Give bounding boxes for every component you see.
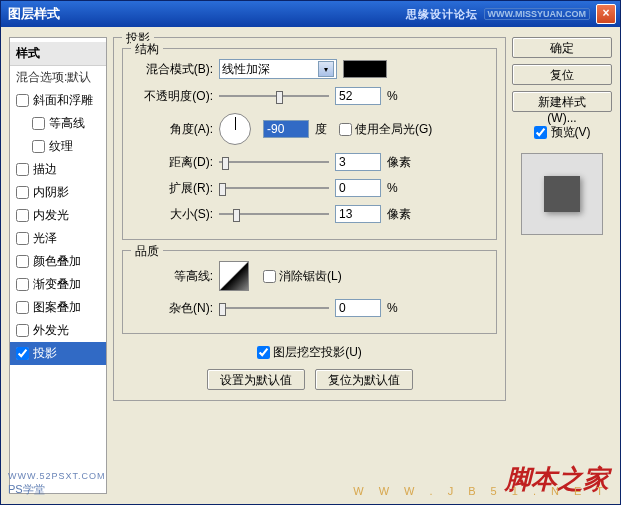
knockout-checkbox[interactable]: 图层挖空投影(U) (257, 344, 362, 361)
ok-button[interactable]: 确定 (512, 37, 612, 58)
shadow-color-swatch[interactable] (343, 60, 387, 78)
blend-mode-select[interactable]: 线性加深 ▾ (219, 59, 337, 79)
sidebar-item-2[interactable]: 纹理 (10, 135, 106, 158)
size-input[interactable] (335, 205, 381, 223)
cancel-button[interactable]: 复位 (512, 64, 612, 85)
size-slider[interactable] (219, 205, 329, 223)
spread-input[interactable] (335, 179, 381, 197)
global-light-checkbox[interactable]: 使用全局光(G) (339, 121, 432, 138)
size-label: 大小(S): (131, 206, 213, 223)
right-column: 确定 复位 新建样式(W)... 预览(V) (512, 37, 612, 494)
sidebar-item-6[interactable]: 光泽 (10, 227, 106, 250)
sidebar-item-9[interactable]: 图案叠加 (10, 296, 106, 319)
noise-label: 杂色(N): (131, 300, 213, 317)
antialias-checkbox[interactable]: 消除锯齿(L) (263, 268, 342, 285)
sidebar-item-8[interactable]: 渐变叠加 (10, 273, 106, 296)
sidebar-item-11[interactable]: 投影 (10, 342, 106, 365)
sidebar-item-4[interactable]: 内阴影 (10, 181, 106, 204)
make-default-button[interactable]: 设置为默认值 (207, 369, 305, 390)
forum-name: 思缘设计论坛 (406, 7, 478, 22)
angle-dial[interactable] (219, 113, 251, 145)
sidebar-item-5[interactable]: 内发光 (10, 204, 106, 227)
noise-input[interactable] (335, 299, 381, 317)
contour-label: 等高线: (131, 268, 213, 285)
reset-default-button[interactable]: 复位为默认值 (315, 369, 413, 390)
quality-group: 品质 等高线: 消除锯齿(L) 杂色(N): % (122, 250, 497, 334)
opacity-label: 不透明度(O): (131, 88, 213, 105)
sidebar-blend-options[interactable]: 混合选项:默认 (10, 66, 106, 89)
watermark-site: W W W . J B 5 1 . N E T (353, 485, 609, 497)
forum-url: WWW.MISSYUAN.COM (484, 8, 591, 20)
sidebar-item-7[interactable]: 颜色叠加 (10, 250, 106, 273)
close-button[interactable]: × (596, 4, 616, 24)
angle-label: 角度(A): (131, 121, 213, 138)
blend-mode-label: 混合模式(B): (131, 61, 213, 78)
structure-legend: 结构 (131, 41, 163, 58)
new-style-button[interactable]: 新建样式(W)... (512, 91, 612, 112)
opacity-input[interactable] (335, 87, 381, 105)
styles-sidebar: 样式 混合选项:默认 斜面和浮雕等高线纹理描边内阴影内发光光泽颜色叠加渐变叠加图… (9, 37, 107, 494)
sidebar-item-1[interactable]: 等高线 (10, 112, 106, 135)
noise-slider[interactable] (219, 299, 329, 317)
distance-input[interactable] (335, 153, 381, 171)
sidebar-item-10[interactable]: 外发光 (10, 319, 106, 342)
quality-legend: 品质 (131, 243, 163, 260)
contour-picker[interactable] (219, 261, 249, 291)
main-panel: 投影 结构 混合模式(B): 线性加深 ▾ 不透明度(O): (113, 37, 506, 401)
opacity-slider[interactable] (219, 87, 329, 105)
distance-slider[interactable] (219, 153, 329, 171)
preview-checkbox[interactable]: 预览(V) (512, 124, 612, 141)
structure-group: 结构 混合模式(B): 线性加深 ▾ 不透明度(O): (122, 48, 497, 240)
watermark-url: WWW.52PSXT.COM (8, 471, 106, 481)
chevron-down-icon: ▾ (318, 61, 334, 77)
window-title: 图层样式 (5, 5, 406, 23)
distance-label: 距离(D): (131, 154, 213, 171)
watermark-ps: PS学堂 (8, 482, 45, 497)
sidebar-item-3[interactable]: 描边 (10, 158, 106, 181)
spread-label: 扩展(R): (131, 180, 213, 197)
preview-thumbnail (521, 153, 603, 235)
angle-input[interactable]: -90 (263, 120, 309, 138)
layer-style-dialog: 图层样式 思缘设计论坛 WWW.MISSYUAN.COM × 样式 混合选项:默… (0, 0, 621, 505)
sidebar-item-0[interactable]: 斜面和浮雕 (10, 89, 106, 112)
sidebar-header[interactable]: 样式 (10, 42, 106, 66)
spread-slider[interactable] (219, 179, 329, 197)
titlebar: 图层样式 思缘设计论坛 WWW.MISSYUAN.COM × (1, 1, 620, 27)
